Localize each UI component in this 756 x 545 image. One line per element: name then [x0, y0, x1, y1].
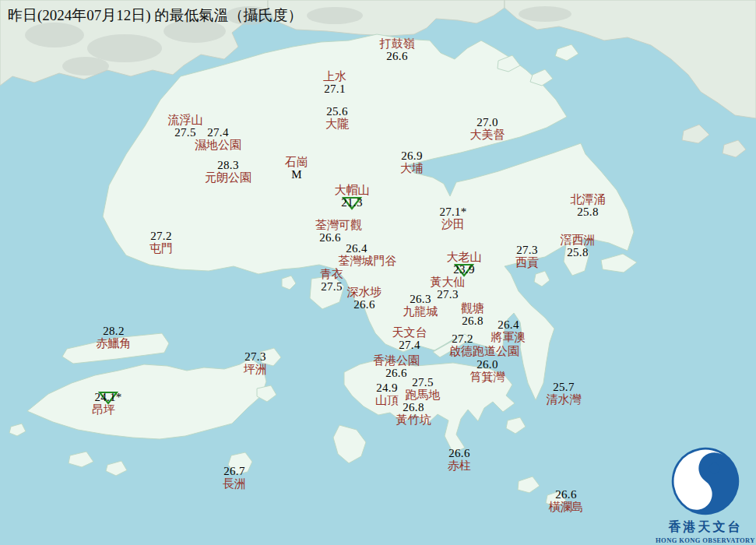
station-name: 山頂 [375, 394, 399, 406]
station-name: 石崗 [285, 156, 308, 168]
station-name: 橫瀾島 [549, 501, 584, 513]
station-35: 黃竹坑 26.8 [359, 401, 468, 426]
station-18: 西貢 27.3 [473, 244, 582, 269]
station-value: 27.5 [412, 376, 433, 389]
station-value: 25.7 [553, 381, 574, 393]
station-name: 天文台 [392, 326, 427, 339]
station-23: 觀塘 26.8 [418, 302, 527, 327]
station-27: 啟德跑道公園 27.2 [430, 332, 539, 357]
station-value: 28.2 [103, 325, 124, 337]
station-name: 上水 [323, 70, 346, 83]
station-value: 26.4 [346, 242, 367, 255]
station-38: 橫瀾島 26.6 [512, 488, 621, 513]
weather-map-page: 昨日(2024年07月12日) 的最低氣溫（攝氏度） 打鼓嶺 26.6 上水 2… [0, 0, 756, 545]
hko-logo-icon [670, 445, 741, 517]
station-26: 將軍澳 26.4 [454, 318, 563, 343]
station-value: 26.6 [353, 298, 374, 311]
station-13: 荃灣可觀 26.6 [284, 219, 393, 244]
station-28: 坪洲 27.3 [201, 350, 310, 375]
station-value: 26.3 [410, 293, 431, 305]
station-16: 荃灣城門谷 26.4 [313, 242, 422, 267]
station-name: 屯門 [149, 242, 173, 255]
station-value: 26.9 [401, 149, 422, 162]
station-value: 27.3 [516, 244, 537, 256]
station-value: 27.4 [399, 339, 420, 351]
station-value: 26.6 [386, 50, 407, 62]
hko-logo: 香港天文台 HONG KONG OBSERVATORY [651, 445, 756, 544]
station-value: 26.4 [498, 318, 519, 331]
station-value: 26.8 [403, 401, 424, 413]
station-name: 赤鱲角 [97, 337, 132, 350]
station-15: 滘西洲 25.8 [523, 234, 632, 258]
station-20: 黃大仙 27.3 [393, 276, 502, 301]
station-value: 23.9 [453, 263, 474, 276]
station-value: 27.2 [150, 230, 171, 242]
station-value: 27.5 [174, 126, 195, 139]
station-name: 大隴 [325, 118, 349, 130]
station-value: 26.6 [555, 488, 576, 501]
station-name: 深水埗 [347, 286, 382, 298]
station-name: 濕地公園 [195, 139, 241, 151]
station-value: 24.9 [376, 382, 397, 394]
station-value: 27.1 [324, 83, 345, 95]
station-value: 26.6 [385, 367, 406, 379]
station-2: 上水 27.1 [280, 70, 389, 95]
record-low-marker-icon [342, 195, 362, 210]
station-value: 26.8 [462, 315, 483, 327]
stations-layer: 打鼓嶺 26.6 上水 27.1 流浮山 27.5 濕地公園 27.4 [0, 0, 756, 545]
station-25: 天文台 27.4 [355, 326, 464, 351]
station-name: 大老山 [447, 251, 482, 263]
station-7: 元朗公園 28.3 [174, 159, 283, 184]
station-17: 大老山 23.9 [410, 251, 519, 276]
station-value: 26.0 [476, 358, 498, 371]
station-name: 長洲 [223, 477, 246, 490]
station-value: M [291, 168, 302, 181]
station-19: 青衣 27.5 [277, 268, 386, 293]
station-name: 清水灣 [547, 393, 582, 406]
station-29: 香港公園 26.6 [342, 354, 451, 379]
station-30: 筲箕灣 26.0 [433, 358, 542, 383]
station-value: 27.0 [476, 116, 498, 128]
station-name: 赤柱 [448, 459, 471, 472]
station-34: 昂坪 24.1* [49, 391, 158, 416]
station-value: 27.3 [437, 288, 458, 301]
station-value: 27.2 [452, 332, 473, 345]
station-name: 將軍澳 [491, 331, 526, 343]
station-value: 27.3 [244, 350, 265, 363]
station-name: 荃灣可觀 [315, 219, 362, 231]
station-value: 26.6 [319, 231, 340, 244]
station-name: 流浮山 [168, 114, 203, 126]
station-name: 青衣 [320, 268, 343, 280]
station-name: 北潭涌 [571, 193, 606, 206]
hko-logo-name-zh: 香港天文台 [651, 519, 756, 536]
station-11: 北潭涌 25.8 [533, 193, 642, 218]
station-31: 跑馬地 27.5 [368, 376, 477, 401]
station-14: 屯門 27.2 [107, 230, 216, 255]
station-21: 深水埗 26.6 [310, 286, 419, 311]
station-name: 滘西洲 [561, 234, 596, 246]
station-9: 大埔 26.9 [357, 149, 466, 174]
station-name: 元朗公園 [205, 171, 251, 184]
station-value: 26.6 [448, 447, 469, 459]
station-3: 流浮山 27.5 [131, 114, 240, 139]
station-36: 赤柱 26.6 [405, 447, 514, 472]
station-24: 赤鱲角 28.2 [59, 325, 168, 350]
station-name: 筲箕灣 [470, 371, 505, 383]
station-5: 大隴 25.6 [283, 105, 392, 130]
station-name: 黃大仙 [431, 276, 466, 288]
station-22: 九龍城 26.3 [366, 293, 475, 318]
station-value: 26.7 [223, 465, 244, 477]
station-name: 打鼓嶺 [380, 37, 415, 50]
station-value: 21.3 [341, 196, 362, 209]
station-12: 沙田 27.1* [399, 206, 508, 230]
station-37: 長洲 26.7 [180, 465, 289, 490]
station-8: 石崗 M [242, 156, 351, 181]
record-low-marker-icon [98, 390, 118, 405]
station-name: 觀塘 [461, 302, 484, 315]
hko-logo-name-en: HONG KONG OBSERVATORY [651, 536, 756, 544]
station-value: 28.3 [217, 159, 238, 171]
station-name: 九龍城 [403, 305, 438, 318]
station-1: 打鼓嶺 26.6 [343, 37, 452, 62]
station-name: 西貢 [515, 256, 539, 269]
record-low-marker-icon [454, 262, 474, 277]
